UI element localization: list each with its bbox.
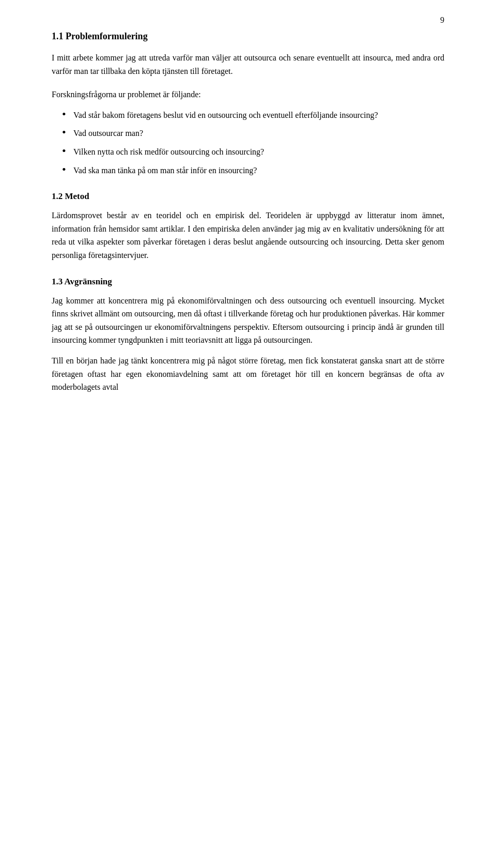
bullet-item-1: • Vad står bakom företagens beslut vid e… — [62, 109, 444, 122]
bullet-dot-1: • — [62, 108, 73, 121]
page: 9 1.1 Problemformulering I mitt arbete k… — [0, 0, 496, 868]
bullet-dot-3: • — [62, 144, 73, 158]
bullet-text-3: Vilken nytta och risk medför outsourcing… — [73, 145, 444, 159]
section-1-2-para-1: Lärdomsprovet består av en teoridel och … — [52, 209, 444, 262]
section-avgrансning: 1.3 Avgränsning Jag kommer att koncentre… — [52, 277, 444, 394]
section-1-3-para-2: Till en början hade jag tänkt koncentrer… — [52, 354, 444, 394]
bullet-dot-2: • — [62, 126, 73, 139]
section-1-3-para-1: Jag kommer att koncentrera mig på ekonom… — [52, 294, 444, 347]
research-questions-intro: Forskningsfrågorna ur problemet är följa… — [52, 88, 444, 101]
section-1-1-intro: I mitt arbete kommer jag att utreda varf… — [52, 51, 444, 78]
bullet-item-2: • Vad outsourcar man? — [62, 127, 444, 140]
bullet-list: • Vad står bakom företagens beslut vid e… — [62, 109, 444, 177]
bullet-item-3: • Vilken nytta och risk medför outsourci… — [62, 145, 444, 159]
bullet-text-1: Vad står bakom företagens beslut vid en … — [73, 109, 444, 122]
bullet-dot-4: • — [62, 163, 73, 176]
section-problemformulering: 1.1 Problemformulering I mitt arbete kom… — [52, 31, 444, 177]
section-1-2-heading: 1.2 Metod — [52, 191, 444, 202]
bullet-item-4: • Vad ska man tänka på om man står inför… — [62, 164, 444, 177]
section-1-3-heading: 1.3 Avgränsning — [52, 277, 444, 287]
section-metod: 1.2 Metod Lärdomsprovet består av en teo… — [52, 191, 444, 262]
page-number: 9 — [440, 16, 444, 25]
bullet-text-2: Vad outsourcar man? — [73, 127, 444, 140]
bullet-text-4: Vad ska man tänka på om man står inför e… — [73, 164, 444, 177]
section-1-1-heading: 1.1 Problemformulering — [52, 31, 444, 42]
